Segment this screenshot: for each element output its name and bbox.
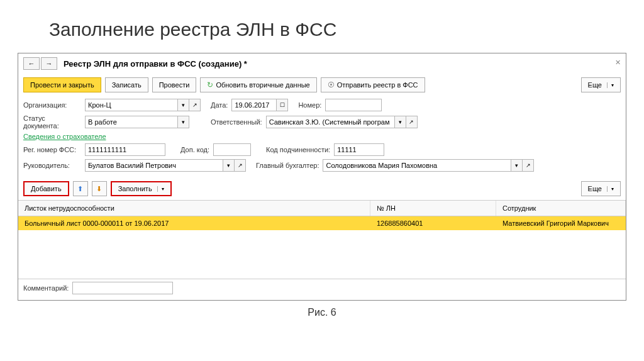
chevron-down-icon: ▾: [157, 186, 164, 192]
fill-button[interactable]: Заполнить▾: [111, 181, 172, 196]
resp-label: Ответственный:: [211, 118, 262, 126]
post-and-close-button[interactable]: Провести и закрыть: [23, 77, 101, 92]
subcode-field[interactable]: [334, 143, 384, 156]
table: Листок нетрудоспособности № ЛН Сотрудник…: [18, 200, 626, 279]
move-up-button[interactable]: ⬆: [73, 181, 88, 196]
table-header[interactable]: Листок нетрудоспособности: [18, 201, 370, 216]
acct-field[interactable]: [323, 159, 511, 172]
window-title: Реестр ЭЛН для отправки в ФСС (создание)…: [64, 59, 247, 69]
table-row[interactable]: Больничный лист 0000-000011 от 19.06.201…: [18, 216, 626, 230]
resp-field[interactable]: [266, 116, 395, 128]
save-button[interactable]: Записать: [105, 77, 148, 92]
comment-field[interactable]: [72, 282, 173, 294]
dropdown-icon[interactable]: ▾: [395, 116, 406, 128]
status-field[interactable]: [85, 116, 178, 128]
open-icon[interactable]: ↗: [523, 159, 534, 172]
date-label: Дата:: [211, 101, 228, 109]
close-icon[interactable]: ✕: [615, 58, 621, 67]
dopkod-field[interactable]: [213, 143, 251, 156]
open-icon[interactable]: ↗: [235, 159, 246, 172]
org-field[interactable]: [85, 99, 178, 111]
section-link[interactable]: Сведения о страхователе: [23, 133, 106, 140]
subcode-label: Код подчиненности:: [266, 146, 330, 153]
acct-label: Главный бухгалтер:: [256, 162, 319, 169]
refresh-icon: ↻: [207, 81, 213, 89]
window: ✕ ← → Реестр ЭЛН для отправки в ФСС (соз…: [18, 53, 626, 301]
dropdown-icon[interactable]: ▾: [178, 99, 189, 111]
dropdown-icon[interactable]: ▾: [178, 116, 189, 128]
status-label: Статус документа:: [23, 114, 81, 130]
table-more-button[interactable]: Еще▾: [581, 181, 621, 196]
regnum-label: Рег. номер ФСС:: [23, 146, 81, 153]
figure-caption: Рис. 6: [0, 307, 644, 318]
open-icon[interactable]: ↗: [406, 116, 418, 128]
number-label: Номер:: [298, 101, 321, 109]
dropdown-icon[interactable]: ▾: [223, 159, 235, 172]
send-icon: ⦿: [328, 81, 335, 89]
nav-forward-button[interactable]: →: [41, 57, 57, 70]
open-icon[interactable]: ↗: [189, 99, 201, 111]
main-toolbar: Провести и закрыть Записать Провести ↻Об…: [18, 74, 626, 96]
table-header[interactable]: № ЛН: [370, 201, 496, 216]
add-button[interactable]: Добавить: [23, 181, 69, 196]
comment-label: Комментарий:: [23, 284, 69, 292]
org-label: Организация:: [23, 101, 81, 109]
dopkod-label: Доп. код:: [180, 146, 209, 153]
calendar-icon[interactable]: ☐: [277, 99, 288, 111]
page-title: Заполнение реестра ЭЛН в ФСС: [0, 0, 644, 53]
chevron-down-icon: ▾: [607, 82, 614, 88]
nav-back-button[interactable]: ←: [23, 57, 40, 70]
titlebar: ← → Реестр ЭЛН для отправки в ФСС (созда…: [18, 53, 626, 74]
dropdown-icon[interactable]: ▾: [511, 159, 523, 172]
refresh-button[interactable]: ↻Обновить вторичные данные: [200, 77, 316, 92]
post-button[interactable]: Провести: [152, 77, 197, 92]
regnum-field[interactable]: [85, 143, 165, 156]
date-field[interactable]: [231, 99, 277, 111]
head-field[interactable]: [85, 159, 223, 172]
move-down-button[interactable]: ⬇: [92, 181, 107, 196]
chevron-down-icon: ▾: [607, 186, 614, 192]
more-button[interactable]: Еще▾: [581, 77, 621, 92]
number-field[interactable]: [325, 99, 382, 111]
head-label: Руководитель:: [23, 162, 81, 169]
table-header[interactable]: Сотрудник: [496, 201, 626, 216]
table-toolbar: Добавить ⬆ ⬇ Заполнить▾ Еще▾: [18, 177, 626, 200]
send-button[interactable]: ⦿Отправить реестр в ФСС: [321, 77, 425, 92]
